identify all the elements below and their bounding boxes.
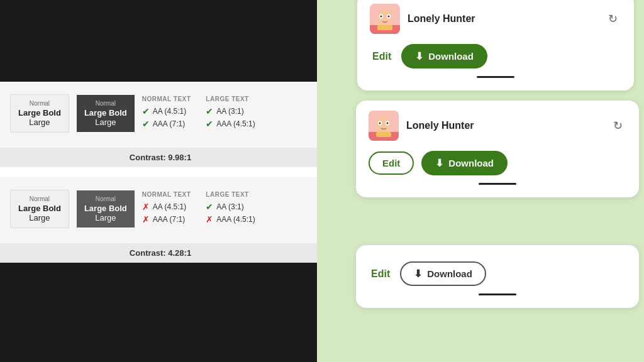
card-2-actions: Edit ⬇ Download (369, 151, 626, 175)
right-panel: Lonely Hunter ↻ Edit ⬇ Download (317, 0, 644, 362)
svg-rect-15 (376, 132, 391, 137)
light-swatch-2-large: Large (29, 213, 50, 222)
card-2-thumbnail (369, 111, 399, 141)
normal-text-column-2: NORMAL TEXT ✗ AA (4.5:1) ✗ AAA (7:1) (142, 191, 191, 227)
card-2-download-button[interactable]: ⬇ Download (421, 151, 508, 175)
dark-swatch-2-large-bold: Large Bold (84, 204, 127, 213)
light-swatch-1: Normal Large Bold Large (10, 94, 69, 133)
card-3-download-button[interactable]: ⬇ Download (400, 261, 486, 286)
large-text-header-2: LARGE TEXT (206, 191, 255, 198)
dark-swatch-2-normal-label: Normal (96, 195, 116, 202)
card-1-thumbnail (370, 4, 400, 34)
large-aa-label-1: AA (3:1) (216, 107, 243, 116)
large-aaa-label-2: AAA (4.5:1) (216, 215, 255, 224)
check-columns-2: NORMAL TEXT ✗ AA (4.5:1) ✗ AAA (7:1) LAR… (142, 191, 311, 227)
card-3-edit-button[interactable]: Edit (369, 263, 392, 285)
dark-swatch-1: Normal Large Bold Large (77, 95, 135, 132)
card-2: Lonely Hunter ↻ Edit ⬇ Download (356, 101, 639, 197)
normal-text-header-2: NORMAL TEXT (142, 191, 191, 198)
card-1-menu-icon[interactable]: ↻ (604, 10, 621, 28)
fail-icon-3: ✗ (206, 214, 213, 224)
dark-swatch-large-bold: Large Bold (84, 108, 127, 118)
light-swatch-2-normal-label: Normal (30, 195, 50, 202)
card-3: Edit ⬇ Download (356, 245, 639, 308)
svg-point-5 (388, 16, 390, 18)
normal-check-aaa-1: ✔ AAA (7:1) (142, 119, 191, 129)
contrast-row-1: Normal Large Bold Large Normal Large Bol… (10, 94, 311, 133)
contrast-section-2: Normal Large Bold Large Normal Large Bol… (0, 177, 321, 243)
svg-point-12 (379, 123, 381, 124)
pass-icon-1: ✔ (142, 106, 150, 116)
download-icon-2: ⬇ (435, 157, 443, 169)
pass-icon-5: ✔ (206, 202, 213, 212)
contrast-value-row-2: Contrast: 4.28:1 (0, 243, 321, 263)
large-aa-label-2: AA (3:1) (216, 202, 243, 211)
light-swatch-2: Normal Large Bold Large (10, 190, 69, 228)
light-swatch-2-large-bold: Large Bold (18, 204, 61, 213)
left-panel: Normal Large Bold Large Normal Large Bol… (0, 0, 321, 362)
contrast-value-row-1: Contrast: 9.98:1 (0, 148, 321, 167)
card-1-download-label: Download (428, 51, 474, 62)
pass-icon-2: ✔ (142, 119, 150, 129)
large-text-column-1: LARGE TEXT ✔ AA (3:1) ✔ AAA (4.5:1) (206, 96, 255, 131)
dark-swatch-2: Normal Large Bold Large (77, 190, 135, 228)
card-1-header: Lonely Hunter ↻ (370, 4, 621, 34)
download-icon-1: ⬇ (415, 50, 423, 62)
light-swatch-normal-label: Normal (30, 100, 50, 107)
card-3-actions: Edit ⬇ Download (369, 255, 626, 286)
contrast-label-2: Contrast: (130, 248, 166, 258)
card-2-divider (479, 183, 516, 185)
card-3-download-label: Download (427, 268, 472, 279)
normal-aa-label-1: AA (4.5:1) (153, 107, 186, 116)
pass-icon-4: ✔ (206, 119, 213, 129)
normal-text-header-1: NORMAL TEXT (142, 96, 191, 102)
fail-icon-1: ✗ (142, 202, 150, 212)
large-check-aaa-2: ✗ AAA (4.5:1) (206, 214, 255, 224)
card-1-actions: Edit ⬇ Download (370, 44, 621, 69)
card-3-divider (479, 293, 516, 295)
light-swatch-large: Large (29, 118, 50, 127)
large-check-aa-1: ✔ AA (3:1) (206, 106, 255, 116)
fail-icon-2: ✗ (142, 214, 150, 224)
normal-aa-label-2: AA (4.5:1) (153, 202, 186, 211)
card-2-edit-button[interactable]: Edit (369, 151, 414, 175)
normal-check-aaa-2: ✗ AAA (7:1) (142, 214, 191, 224)
large-text-header-1: LARGE TEXT (206, 96, 255, 102)
card-1-download-button[interactable]: ⬇ Download (401, 44, 487, 69)
card-2-download-label: Download (448, 158, 494, 168)
normal-aaa-label-1: AAA (7:1) (153, 119, 185, 128)
card-1-divider (477, 76, 514, 78)
contrast-value-2: 4.28:1 (168, 248, 191, 258)
svg-rect-7 (377, 25, 392, 30)
normal-aaa-label-2: AAA (7:1) (153, 215, 185, 224)
card-1-title: Lonely Hunter (408, 13, 596, 25)
contrast-label-1: Contrast: (130, 153, 166, 162)
check-columns-1: NORMAL TEXT ✔ AA (4.5:1) ✔ AAA (7:1) LAR… (142, 96, 311, 131)
card-1-edit-button[interactable]: Edit (370, 46, 394, 67)
dark-bottom-area (0, 263, 321, 362)
large-check-aaa-1: ✔ AAA (4.5:1) (206, 119, 255, 129)
pass-icon-3: ✔ (206, 106, 213, 116)
dark-top-area (0, 0, 321, 82)
svg-point-4 (380, 16, 382, 18)
normal-check-aa-2: ✗ AA (4.5:1) (142, 202, 191, 212)
large-text-column-2: LARGE TEXT ✔ AA (3:1) ✗ AAA (4.5:1) (206, 191, 255, 227)
card-1: Lonely Hunter ↻ Edit ⬇ Download (357, 0, 634, 90)
large-aaa-label-1: AAA (4.5:1) (216, 119, 255, 128)
normal-text-column-1: NORMAL TEXT ✔ AA (4.5:1) ✔ AAA (7:1) (142, 96, 191, 131)
contrast-value-1: 9.98:1 (168, 153, 191, 162)
card-2-menu-icon[interactable]: ↻ (609, 117, 626, 134)
light-swatch-large-bold: Large Bold (18, 108, 61, 118)
dark-swatch-large: Large (95, 118, 116, 127)
card-2-header: Lonely Hunter ↻ (369, 111, 626, 141)
card-2-title: Lonely Hunter (406, 120, 601, 131)
contrast-section-1: Normal Large Bold Large Normal Large Bol… (0, 82, 321, 148)
contrast-row-2: Normal Large Bold Large Normal Large Bol… (10, 190, 311, 228)
dark-swatch-normal-label: Normal (96, 100, 116, 107)
dark-swatch-2-large: Large (95, 213, 116, 222)
svg-point-13 (387, 123, 389, 124)
normal-check-aa-1: ✔ AA (4.5:1) (142, 106, 191, 116)
download-icon-3: ⬇ (414, 268, 422, 280)
large-check-aa-2: ✔ AA (3:1) (206, 202, 255, 212)
